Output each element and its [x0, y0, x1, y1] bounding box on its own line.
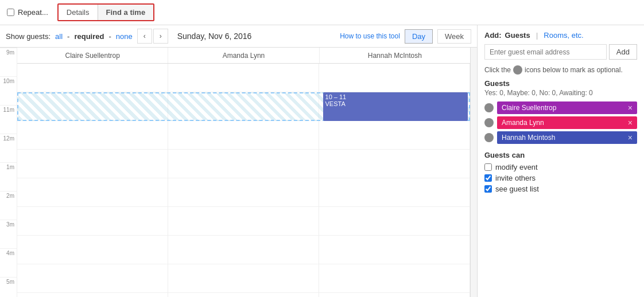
hour-row: [319, 150, 470, 178]
event-block-vesta[interactable]: 10 – 11 VESTA: [323, 92, 468, 121]
guest-avatar-3: [484, 133, 494, 142]
time-slot-5: 5m: [0, 278, 17, 297]
col-header-3: Hannah McIntosh: [320, 48, 470, 63]
hour-row: [168, 207, 319, 236]
add-label: Add:: [484, 31, 502, 40]
right-panel: Add: Guests | Rooms, etc. Add Click the …: [478, 25, 644, 297]
time-slot-4: 4m: [0, 249, 17, 278]
hour-row: [168, 178, 319, 207]
guest-avatar-2: [484, 118, 494, 127]
guest-chip-1[interactable]: Claire Suellentrop ×: [497, 101, 637, 114]
add-guest-button[interactable]: Add: [609, 44, 637, 60]
events-area[interactable]: 10 – 11 VESTA: [17, 64, 470, 297]
toolbar-row: Show guests: all - required - none ‹ › S…: [0, 25, 477, 48]
guest-avatar-1: [484, 103, 494, 112]
hour-row: [17, 178, 168, 207]
time-slot-12: 12m: [0, 134, 17, 163]
remove-guest-3[interactable]: ×: [628, 133, 633, 142]
top-bar: Repeat... Details Find a time: [0, 0, 644, 25]
guests-title: Guests: [484, 79, 637, 88]
hour-row: [168, 150, 319, 178]
tab-area: Details Find a time: [57, 3, 154, 21]
guests-can-title: Guests can: [484, 151, 637, 159]
invite-others-row: invite others: [484, 174, 637, 182]
time-column: 9m 10m 11m 12m 1m 2m 3m 4m 5m 6m: [0, 48, 17, 297]
guest-input-row: Add: [484, 44, 637, 60]
see-guest-list-checkbox[interactable]: [484, 185, 492, 193]
cols-area: Claire Suellentrop Amanda Lynn Hannah Mc…: [17, 48, 470, 297]
guests-section: Guests Yes: 0, Maybe: 0, No: 0, Awaiting…: [484, 79, 637, 144]
modify-event-row: modify event: [484, 163, 637, 171]
hour-row: [319, 178, 470, 207]
time-slot-1: 1m: [0, 163, 17, 192]
details-tab[interactable]: Details: [59, 5, 98, 20]
modify-event-label[interactable]: modify event: [495, 163, 538, 171]
scrollbar[interactable]: [470, 48, 477, 297]
time-slot-10: 10m: [0, 77, 17, 105]
hour-row: [168, 64, 319, 92]
time-slot-11: 11m: [0, 105, 17, 134]
remove-guest-2[interactable]: ×: [628, 118, 633, 127]
guest-name-1: Claire Suellentrop: [502, 104, 556, 112]
guest-item-1: Claire Suellentrop ×: [484, 101, 637, 114]
remove-guest-1[interactable]: ×: [628, 103, 633, 112]
repeat-area: Repeat...: [7, 8, 48, 17]
dash1: -: [67, 32, 69, 41]
help-link[interactable]: How to use this tool: [340, 32, 400, 40]
find-time-tab[interactable]: Find a time: [98, 5, 154, 20]
repeat-checkbox[interactable]: [7, 9, 14, 16]
hour-row: [17, 264, 168, 293]
guest-counts: Yes: 0, Maybe: 0, No: 0, Awaiting: 0: [484, 89, 637, 97]
col-header-2: Amanda Lynn: [168, 48, 319, 63]
hour-row: [168, 121, 319, 150]
guests-label: Guests: [505, 31, 530, 40]
guest-chip-3[interactable]: Hannah Mcintosh ×: [497, 131, 637, 144]
hour-row: [319, 264, 470, 293]
optional-note: Click the icons below to mark as optiona…: [484, 65, 637, 75]
calendar-grid: 9m 10m 11m 12m 1m 2m 3m 4m 5m 6m Claire …: [0, 48, 477, 297]
invite-others-checkbox[interactable]: [484, 174, 492, 182]
nav-buttons: ‹ ›: [137, 29, 168, 44]
guest-chip-2[interactable]: Amanda Lynn ×: [497, 116, 637, 129]
hour-row: [17, 64, 168, 92]
hour-row: [319, 121, 470, 150]
optional-note-text: Click the: [484, 66, 511, 74]
calendar-section: Show guests: all - required - none ‹ › S…: [0, 25, 478, 297]
week-btn[interactable]: Week: [437, 29, 471, 44]
hour-row: [319, 236, 470, 264]
day-btn[interactable]: Day: [405, 29, 433, 44]
see-guest-list-row: see guest list: [484, 185, 637, 193]
hour-row: [17, 236, 168, 264]
time-slot-2: 2m: [0, 192, 17, 220]
person-icon: [513, 65, 522, 75]
guest-email-input[interactable]: [484, 44, 607, 60]
guest-item-3: Hannah Mcintosh ×: [484, 131, 637, 144]
hour-row: [319, 64, 470, 92]
hour-row: [17, 150, 168, 178]
none-link[interactable]: none: [116, 32, 133, 41]
hour-row: [319, 207, 470, 236]
main-layout: Show guests: all - required - none ‹ › S…: [0, 25, 644, 297]
time-slot-9: 9m: [0, 48, 17, 77]
date-label: Sunday, Nov 6, 2016: [177, 32, 252, 41]
required-label: required: [74, 32, 104, 41]
time-slot-3: 3m: [0, 220, 17, 249]
invite-others-label[interactable]: invite others: [495, 174, 536, 182]
all-link[interactable]: all: [55, 32, 63, 41]
prev-btn[interactable]: ‹: [137, 29, 152, 44]
hour-row: [17, 207, 168, 236]
optional-note-text2: icons below to mark as optional.: [525, 66, 623, 74]
guest-name-3: Hannah Mcintosh: [502, 134, 555, 142]
modify-event-checkbox[interactable]: [484, 163, 492, 171]
guest-name-2: Amanda Lynn: [502, 119, 544, 127]
guests-can-section: Guests can modify event invite others se…: [484, 151, 637, 193]
guest-item-2: Amanda Lynn ×: [484, 116, 637, 129]
col-header-1: Claire Suellentrop: [17, 48, 168, 63]
show-guests-label: Show guests:: [6, 32, 51, 41]
next-btn[interactable]: ›: [153, 29, 168, 44]
rooms-link[interactable]: Rooms, etc.: [544, 31, 583, 40]
col-headers: Claire Suellentrop Amanda Lynn Hannah Mc…: [17, 48, 470, 64]
dash2: -: [108, 32, 111, 41]
hour-row: [17, 121, 168, 150]
see-guest-list-label[interactable]: see guest list: [495, 185, 539, 193]
